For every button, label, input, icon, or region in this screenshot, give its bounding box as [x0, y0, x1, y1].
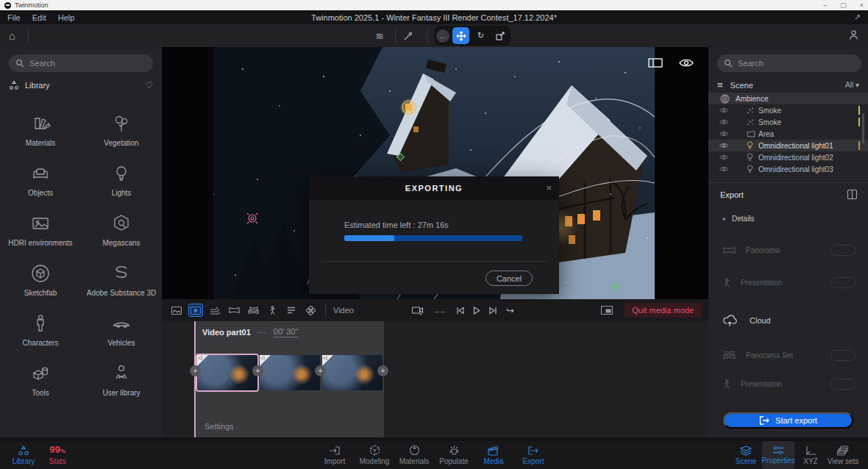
footer-media[interactable]: Media	[474, 441, 513, 469]
clip-thumbnail-1[interactable]: ◁	[197, 355, 257, 390]
tree-scrollbar[interactable]	[862, 113, 864, 144]
add-clip-button[interactable]: +	[315, 365, 326, 376]
library-search[interactable]	[9, 54, 153, 72]
loop-icon[interactable]: ↪	[506, 305, 514, 316]
presentation-2-toggle[interactable]	[830, 379, 855, 390]
clip-name[interactable]: Video part01	[202, 328, 251, 337]
details-expander[interactable]: ▸ Details	[723, 215, 755, 223]
library-item-hdri-environments[interactable]: HDRI environments	[2, 200, 79, 250]
footer-scene[interactable]: Scene	[730, 441, 762, 469]
library-item-user-library[interactable]: User library	[83, 350, 160, 400]
tree-row-smoke[interactable]: Smoke	[708, 104, 868, 116]
export-option-panorama-set[interactable]: Panorama Set	[723, 348, 855, 362]
home-icon[interactable]: ⌂	[9, 29, 15, 42]
footer-populate[interactable]: Populate	[434, 441, 474, 469]
footer-library[interactable]: Library	[7, 441, 40, 469]
scale-tool-button[interactable]	[492, 27, 509, 44]
presentation-media-icon[interactable]	[265, 304, 280, 317]
add-clip-button[interactable]: +	[377, 365, 388, 376]
split-view-icon[interactable]	[648, 58, 663, 68]
panel-layout-icon[interactable]	[847, 190, 857, 199]
merge-clips-icon[interactable]: →←	[433, 307, 447, 315]
eyedropper-icon[interactable]	[403, 31, 419, 41]
skip-end-icon[interactable]	[489, 307, 497, 315]
video-media-icon[interactable]	[188, 304, 203, 317]
menu-edit[interactable]: Edit	[32, 13, 46, 22]
viewport[interactable]: EXPORTING × Estimated time left : 27m 16…	[162, 47, 708, 299]
menu-help[interactable]: Help	[58, 13, 75, 22]
library-item-vehicles[interactable]: Vehicles	[83, 300, 160, 350]
menu-icon[interactable]: ≡	[717, 79, 723, 90]
eye-icon[interactable]	[719, 131, 728, 137]
add-camera-icon[interactable]	[412, 306, 424, 315]
library-item-characters[interactable]: Characters	[2, 300, 79, 350]
close-button[interactable]: ×	[860, 1, 864, 9]
tree-row-smoke[interactable]: Smoke	[708, 116, 868, 128]
export-option-panorama[interactable]: Panorama	[723, 243, 855, 257]
more-options-icon[interactable]: ⋯	[258, 328, 266, 337]
eye-icon[interactable]	[719, 143, 728, 148]
panorama-toggle[interactable]	[830, 245, 855, 256]
add-clip-button[interactable]: +	[252, 365, 263, 376]
dialog-close-icon[interactable]: ×	[546, 182, 552, 193]
tree-row-omni-light01[interactable]: Omnidirectional light01	[708, 140, 868, 151]
back-icon[interactable]: ←	[436, 29, 449, 43]
maximize-button[interactable]: ▢	[840, 1, 847, 9]
rotate-tool-button[interactable]: ↻	[472, 27, 489, 44]
footer-materials[interactable]: Materials	[394, 441, 434, 469]
phasing-media-icon[interactable]	[207, 304, 222, 317]
playhead[interactable]	[194, 321, 196, 437]
eye-icon[interactable]	[719, 119, 728, 125]
clip-duration[interactable]: 00' 30''	[274, 327, 299, 337]
tree-row-omni-light03[interactable]: Omnidirectional light03	[708, 163, 868, 175]
cancel-button[interactable]: Cancel	[485, 271, 533, 286]
library-item-objects[interactable]: Objects	[2, 150, 79, 200]
sequencer-media-icon[interactable]	[303, 304, 318, 317]
library-item-megascans[interactable]: Megascans	[83, 200, 160, 250]
preview-monitor-icon[interactable]	[601, 306, 613, 315]
favorites-heart-icon[interactable]: ♡	[145, 80, 153, 90]
menu-file[interactable]: File	[7, 13, 21, 22]
add-clip-button[interactable]: +	[190, 365, 201, 376]
move-tool-button[interactable]	[452, 27, 469, 44]
eye-icon[interactable]	[719, 107, 728, 113]
library-item-sketchfab[interactable]: Sketchfab	[2, 250, 79, 300]
export-option-presentation[interactable]: Presentation	[723, 275, 855, 290]
list-media-icon[interactable]	[284, 304, 299, 317]
eye-icon[interactable]	[719, 166, 728, 172]
footer-properties[interactable]: Properties	[762, 441, 794, 469]
start-export-button[interactable]: Start export	[723, 412, 853, 429]
library-item-vegetation[interactable]: Vegetation	[83, 100, 160, 150]
export-option-cloud[interactable]: Cloud	[723, 313, 855, 328]
clip-thumbnail-3[interactable]: ◁	[322, 355, 383, 390]
timeline-settings[interactable]: Settings	[204, 422, 234, 431]
footer-xyz[interactable]: XYZ	[794, 441, 827, 469]
layers-icon[interactable]: ≋	[371, 30, 388, 42]
user-account-icon[interactable]	[848, 29, 859, 40]
export-option-presentation-2[interactable]: Presentation	[723, 376, 855, 391]
minimize-button[interactable]: –	[823, 1, 827, 9]
tree-row-omni-light02[interactable]: Omnidirectional light02	[708, 151, 868, 163]
skip-start-icon[interactable]	[456, 307, 464, 315]
library-item-adobe-substance-3d[interactable]: Adobe Substance 3D	[83, 250, 160, 300]
eye-icon[interactable]	[719, 154, 728, 160]
footer-view-sets[interactable]: View sets	[827, 441, 859, 469]
expand-icon[interactable]: ↗	[854, 12, 861, 22]
footer-stats[interactable]: 99% Stats	[43, 441, 72, 469]
footer-import[interactable]: Import	[315, 441, 355, 469]
image-media-icon[interactable]	[169, 304, 184, 317]
library-item-materials[interactable]: Materials	[2, 100, 79, 150]
timeline-track[interactable]: Video part01 ⋯ 00' 30'' ◁ ◁ ◁ Settings	[195, 321, 384, 437]
library-search-input[interactable]	[29, 59, 132, 68]
panorama-set-media-icon[interactable]	[246, 304, 260, 317]
clip-thumbnail-2[interactable]: ◁	[260, 355, 320, 390]
library-item-tools[interactable]: Tools	[2, 350, 79, 400]
scene-filter-dropdown[interactable]: All ▾	[845, 81, 859, 89]
library-item-lights[interactable]: Lights	[83, 150, 160, 200]
footer-modeling[interactable]: Modeling	[355, 441, 394, 469]
visibility-eye-icon[interactable]	[679, 58, 694, 68]
scene-search[interactable]	[717, 54, 861, 72]
panorama-media-icon[interactable]	[227, 304, 241, 317]
tree-row-ambience[interactable]: Ambience	[708, 93, 868, 104]
tree-row-area[interactable]: Area	[708, 128, 868, 140]
